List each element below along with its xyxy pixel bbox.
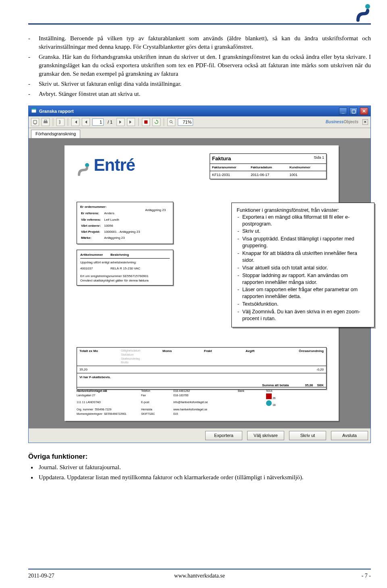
- preview-window: Granska rapport _ ▢ ✕ / 1 BusinessObject…: [28, 106, 371, 443]
- line-items-box: ArtikelnummerBeskrivning Uppdrag utfört …: [77, 250, 173, 286]
- export-icon[interactable]: [31, 118, 39, 126]
- tabstrip: Förhandsgranskning: [29, 128, 370, 138]
- col-header: Fakturanummer: [210, 164, 249, 171]
- minimize-button[interactable]: _: [339, 108, 347, 115]
- svg-rect-5: [144, 120, 148, 124]
- separator: [53, 118, 53, 126]
- print-button[interactable]: Skriv ut: [289, 431, 326, 440]
- company-footer: Hantverksföretaget AB Telefon 018-446126…: [77, 387, 327, 416]
- col-header: Frakt: [202, 348, 243, 366]
- businessobjects-logo: BusinessObjects: [326, 119, 358, 125]
- items-note: Ert om sregistreringsnummer SE5567157609…: [80, 274, 170, 278]
- col-header: Kundnummer: [287, 164, 326, 171]
- cell: 2011-06-17: [249, 171, 287, 179]
- anlaggning-label: Anläggning 23: [145, 208, 166, 212]
- other-functions-section: Övriga funktioner: Journal. Skriver ut f…: [28, 452, 371, 482]
- items-intro: Uppdrag utfört enligt arbetsbeskrivning:: [80, 260, 170, 265]
- svg-rect-3: [44, 121, 48, 123]
- ref-label: Er referens:: [81, 211, 103, 216]
- callout-item: Textsökfunktion.: [242, 301, 369, 308]
- titlebar: Granska rapport _ ▢ ✕: [29, 106, 370, 116]
- list-item: Journal. Skriver ut fakturajournal.: [39, 463, 371, 472]
- footer-date: 2011-09-27: [28, 572, 142, 580]
- col-header: Totalt ex Mo: [77, 348, 119, 366]
- col-header: Beskrivning: [110, 253, 129, 257]
- stop-icon[interactable]: [142, 118, 150, 126]
- refresh-icon[interactable]: [152, 118, 160, 126]
- list-item: Skriv ut. Skriver ut fakturan enligt din…: [39, 80, 371, 88]
- cell: KF11-2031: [210, 171, 249, 179]
- svg-rect-4: [44, 120, 47, 121]
- cell: 4001037: [80, 266, 110, 271]
- brand-logo: [355, 3, 371, 25]
- close-button[interactable]: Avsluta: [331, 431, 368, 440]
- page-indicator: Sida 1: [312, 154, 326, 164]
- list-item: Avbryt. Stänger fönstret utan att skriva…: [39, 90, 371, 98]
- separator: [138, 118, 139, 126]
- skattebevis: Vi har F-skattebevis.: [79, 375, 324, 379]
- callout-item: Knappar för att bläddra då utskriften in…: [242, 250, 369, 264]
- prev-page-icon[interactable]: [82, 118, 90, 126]
- ref-label: Vårt ordernr:: [81, 223, 103, 228]
- cell: RELÄ R 15-230 VAC: [110, 266, 140, 271]
- col-header: Artikelnummer: [80, 253, 110, 257]
- callout-item: Visar aktuell sida och totalt antal sido…: [242, 265, 369, 271]
- footer-url: www.hantverksdata.se: [142, 572, 256, 580]
- callout-item: Skriv ut.: [242, 228, 369, 235]
- col-header: Fakturadatum: [249, 164, 287, 171]
- col-header: Öresavrundning: [285, 348, 326, 366]
- list-item: Uppdatera. Uppdaterar listan med nytillk…: [39, 473, 371, 482]
- top-divider: [28, 23, 371, 25]
- callout-item: Läser om rapporten eller frågar efter pa…: [242, 286, 369, 300]
- ref-value: Anläggning 23: [104, 235, 142, 240]
- col-header: Avgift: [243, 348, 285, 366]
- list-item: Granska. Här kan du förhandsgranska utsk…: [39, 53, 371, 78]
- window-icon: [31, 108, 37, 115]
- choose-printer-button[interactable]: Välj skrivare: [247, 431, 284, 440]
- main-bullet-list: Inställning. Beroende på vilken typ av f…: [28, 34, 371, 98]
- report-canvas: Entré Faktura Sida 1 Fakturanummer Faktu…: [29, 138, 370, 428]
- callout-box: Funktioner i granskningsfönstret, från v…: [231, 203, 375, 327]
- list-item: Inställning. Beroende på vilken typ av f…: [39, 34, 371, 51]
- footer-page: - 7 -: [257, 572, 371, 580]
- callout-item: Välj Zoomnivå. Du kan även skriva in en …: [242, 308, 369, 322]
- next-page-icon[interactable]: [117, 118, 125, 126]
- ref-label: Vår referens:: [81, 217, 103, 222]
- window-title: Granska rapport: [39, 108, 337, 114]
- tab-preview[interactable]: Förhandsgranskning: [31, 130, 80, 138]
- cell: 35,20: [77, 366, 119, 373]
- tree-icon[interactable]: [56, 118, 64, 126]
- svg-rect-2: [31, 108, 36, 110]
- last-page-icon[interactable]: [127, 118, 135, 126]
- maximize-button[interactable]: ▢: [350, 108, 358, 115]
- callout-title: Funktioner i granskningsfönstret, från v…: [237, 207, 369, 214]
- page-footer: 2011-09-27 www.hantverksdata.se - 7 -: [28, 569, 371, 580]
- print-icon[interactable]: [42, 118, 50, 126]
- separator: [68, 118, 68, 126]
- cell: 1001: [287, 171, 326, 179]
- page-total: / 1: [106, 119, 114, 125]
- totals-box: Totalt ex Mo GiltighetsdatumSlutdatumSka…: [77, 347, 327, 389]
- section-heading: Övriga funktioner:: [28, 452, 371, 462]
- ref-label: Vårt Projekt:: [81, 229, 103, 234]
- close-button[interactable]: ✕: [360, 108, 368, 115]
- cell: -0,20: [285, 366, 326, 373]
- ref-value: 10056: [104, 223, 142, 228]
- search-icon[interactable]: [167, 118, 175, 126]
- bottom-button-bar: Exportera Välj skrivare Skriv ut Avsluta: [29, 428, 370, 443]
- ref-value: Leif Lundh: [104, 217, 142, 222]
- col-header: Moms: [160, 348, 202, 366]
- callout-item: Exportera i en mängd olika filformat til…: [242, 214, 369, 228]
- ref-label: Märke:: [81, 235, 103, 240]
- separator: [164, 118, 164, 126]
- zoom-input[interactable]: [178, 118, 193, 126]
- invoice-title: Faktura: [210, 154, 312, 164]
- first-page-icon[interactable]: [71, 118, 79, 126]
- export-button[interactable]: Exportera: [205, 431, 242, 440]
- items-note: Omvänd skattskyldighet gäller för denna …: [80, 278, 170, 283]
- panel-close-icon[interactable]: ✕: [362, 119, 368, 125]
- ref-value: 1000001 - Anläggning 23: [104, 229, 142, 234]
- page-input[interactable]: [92, 118, 104, 126]
- invoice-header-box: Faktura Sida 1 Fakturanummer Fakturadatu…: [210, 153, 327, 179]
- callout-item: Stoppar laddning av rapport. Kan använda…: [242, 272, 369, 286]
